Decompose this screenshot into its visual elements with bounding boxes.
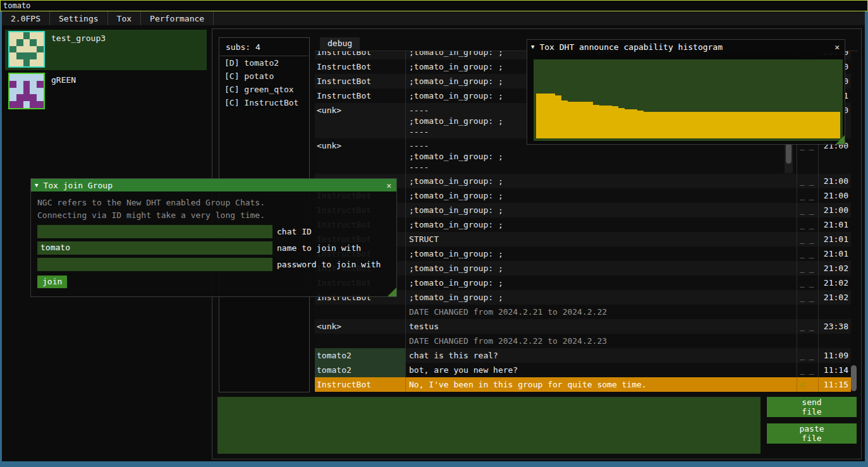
input-chat-id[interactable] [37,225,272,238]
histogram-bar [580,102,587,138]
histogram-window-titlebar[interactable]: ▼ Tox DHT announce capability histogram … [527,40,845,54]
message-flags: __ [797,276,818,290]
histogram-bar [726,112,732,138]
histogram-bar [713,112,719,138]
resize-grip-icon[interactable] [388,288,396,296]
message-text: DATE CHANGED from 2024.2.22 to 2024.2.23 [405,334,797,348]
date-separator-row: DATE CHANGED from 2024.2.21 to 2024.2.22 [315,305,851,319]
message-input[interactable] [217,397,761,454]
date-separator-row: DATE CHANGED from 2024.2.22 to 2024.2.23 [315,334,851,348]
message-timestamp: 21:00 [818,203,851,217]
sidebar-group-gREEN[interactable]: gREEN [5,71,207,112]
member-list: [D] tomato2[C] potato[C] green_qtox[C] I… [219,56,309,109]
message-timestamp: 21:01 [818,246,851,261]
histogram-bar [732,112,738,138]
message-sender: InstructBot [315,51,405,59]
chat-message-row[interactable]: <unk>testus__23:38 [315,319,851,334]
join-field-row: password to join with [37,258,390,271]
member-tomato2[interactable]: [D] tomato2 [219,56,309,70]
histogram-window: ▼ Tox DHT announce capability histogram … [527,39,845,145]
paste-file-button[interactable]: paste file [767,423,857,444]
field-label: name to join with [277,243,361,253]
histogram-bar [821,112,828,138]
send-file-button[interactable]: send file [767,397,857,417]
histogram-bar [650,112,656,138]
flag-_: _ [809,277,814,289]
join-fields: chat IDtomatoname to join withpassword t… [37,225,390,271]
message-flags [797,305,818,319]
member-potato[interactable]: [C] potato [219,70,309,83]
histogram-bar [644,112,650,138]
flag-_: _ [809,176,814,187]
menu-item-tox[interactable]: Tox [108,11,141,25]
collapse-arrow-icon[interactable]: ▼ [531,44,534,50]
message-flags: __ [797,319,818,334]
message-flags: __ [797,363,818,377]
collapse-arrow-icon[interactable]: ▼ [35,182,38,188]
menu-item-performance[interactable]: Performance [141,11,214,25]
close-icon[interactable]: ✕ [385,181,393,190]
flag-_: _ [809,205,814,216]
histogram-bar [574,102,580,138]
wm-frame-left [0,11,2,467]
input-name-to-join-with[interactable]: tomato [37,241,272,255]
join-info-line: NGC refers to the New DHT enabled Group … [37,197,390,209]
join-field-row: chat ID [37,225,390,238]
message-sender: InstructBot [315,377,405,392]
flag-_: _ [809,292,814,303]
message-timestamp: 21:00 [818,174,851,188]
histogram-bar [764,112,771,138]
flag-_: _ [809,379,814,391]
chat-message-row[interactable]: InstructBotNo, I've been in this group f… [315,377,851,392]
menu-item-2-0fps[interactable]: 2.0FPS [2,11,50,25]
wm-titlebar[interactable]: tomato [0,0,868,11]
join-window-title: Tox join Group [43,181,385,190]
flag-_: _ [809,140,814,173]
member-InstructBot[interactable]: [C] InstructBot [219,96,309,109]
message-text: ;tomato_in_group: ; [405,203,797,217]
histogram-bar [688,112,694,138]
chat-message-row[interactable]: tomato2chat is this real?__11:09 [315,348,851,363]
histogram-bar [700,112,707,138]
message-sender [315,305,405,319]
histogram-bar [739,112,745,138]
input-password-to-join-with[interactable] [37,258,272,271]
flag-_: _ [809,219,814,231]
message-sender: <unk> [315,319,405,334]
sidebar-group-test_group3[interactable]: test_group3 [5,30,207,70]
join-button[interactable]: join [37,276,67,288]
message-flags: __ [797,217,818,232]
join-window-titlebar[interactable]: ▼ Tox join Group ✕ [31,179,396,191]
message-flags: __ [797,246,818,261]
message-sender [315,334,405,348]
histogram-bar [549,94,555,138]
member-green_qtox[interactable]: [C] green_qtox [219,83,309,96]
histogram-bar [802,112,809,138]
flag-_: _ [800,365,805,376]
close-icon[interactable]: ✕ [833,42,841,52]
message-text: chat is this real? [405,348,797,363]
screen: tomato 2.0FPSSettingsToxPerformance test… [0,0,868,467]
flag-_: _ [800,277,805,289]
scrollbar-thumb[interactable] [786,143,792,164]
tab-debug[interactable]: debug [320,37,360,50]
histogram-bar [637,111,644,138]
message-text: ;tomato_in_group: ; [405,217,797,232]
menu-item-settings[interactable]: Settings [50,11,108,25]
histogram-bar [682,112,688,138]
histogram-bar [752,112,758,138]
message-sender: tomato2 [315,363,405,377]
message-flags: __ [797,203,818,217]
chat-message-row[interactable]: tomato2bot, are you new here?__11:14 [315,363,851,377]
resize-grip-icon[interactable] [836,135,845,144]
histogram-bar [745,112,752,138]
message-timestamp: 11:09 [818,348,851,363]
histogram-bar [694,112,700,138]
histogram-bar [568,102,574,138]
chat-scrollbar[interactable] [851,365,857,391]
field-label: chat ID [277,227,312,236]
flag-_: _ [800,234,805,245]
flag-_: _ [809,190,814,202]
message-text: DATE CHANGED from 2024.2.21 to 2024.2.22 [405,305,797,319]
histogram-bar [790,112,796,138]
